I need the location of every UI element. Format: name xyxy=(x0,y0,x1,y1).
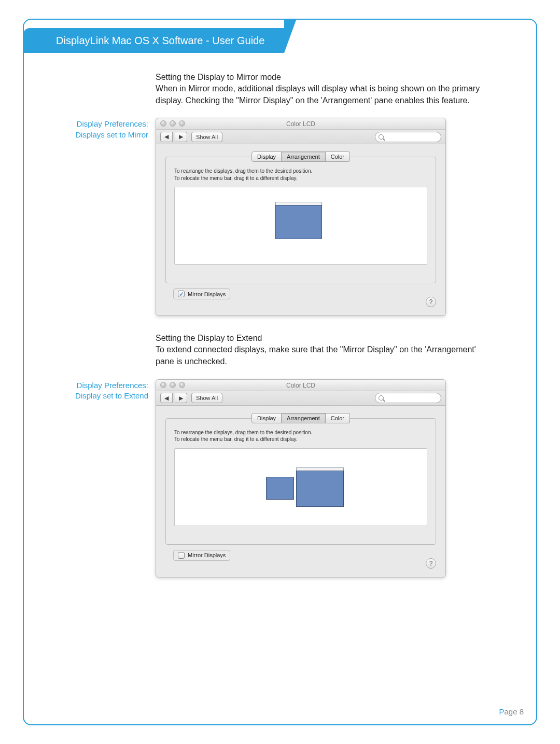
caption2-line2: Display set to Extend xyxy=(75,391,148,400)
forward-button[interactable]: ▶ xyxy=(175,393,187,403)
caption1-line1: Display Preferences: xyxy=(77,119,148,128)
hint-line1: To rearrange the displays, drag them to … xyxy=(174,168,312,174)
figure-mirror-caption: Display Preferences: Displays set to Mir… xyxy=(48,118,156,140)
forward-button[interactable]: ▶ xyxy=(175,132,187,142)
figure-extend-caption: Display Preferences: Display set to Exte… xyxy=(48,379,156,402)
back-icon: ◀ xyxy=(164,395,169,402)
figure-extend-row: Display Preferences: Display set to Exte… xyxy=(48,379,512,577)
page-number-p: P xyxy=(499,707,504,716)
display-prefs-window-mirror: Color LCD ◀ ▶ Show All Display Arrangeme… xyxy=(156,118,446,316)
help-icon: ? xyxy=(429,560,433,567)
tab-display[interactable]: Display xyxy=(251,413,282,423)
display-canvas[interactable] xyxy=(174,187,427,265)
close-icon[interactable] xyxy=(160,120,166,127)
header-decoration xyxy=(284,19,297,53)
pane-body: Display Arrangement Color To rearrange t… xyxy=(156,144,445,315)
help-button[interactable]: ? xyxy=(426,558,436,569)
show-all-button[interactable]: Show All xyxy=(191,132,222,142)
window-title: Color LCD xyxy=(286,382,315,389)
arrangement-hint: To rearrange the displays, drag them to … xyxy=(174,168,427,182)
mirror-checkbox-row[interactable]: Mirror Displays xyxy=(173,550,230,561)
tab-row: Display Arrangement Color xyxy=(165,151,436,162)
arrangement-pane: To rearrange the displays, drag them to … xyxy=(165,418,436,545)
section2-heading: Setting the Display to Extend xyxy=(156,334,512,343)
tab-color[interactable]: Color xyxy=(326,413,350,423)
figure-mirror-row: Display Preferences: Displays set to Mir… xyxy=(48,118,512,316)
forward-icon: ▶ xyxy=(179,133,183,140)
mirror-checkbox-label: Mirror Displays xyxy=(188,552,226,558)
mirror-checkbox-row[interactable]: ✓ Mirror Displays xyxy=(173,288,230,299)
caption1-line2: Displays set to Mirror xyxy=(75,130,148,139)
hint-line1: To rearrange the displays, drag them to … xyxy=(174,430,312,435)
page-number: Page 8 xyxy=(499,707,524,716)
section1-heading: Setting the Display to Mirror mode xyxy=(156,73,512,82)
help-icon: ? xyxy=(429,298,433,306)
window-titlebar: Color LCD xyxy=(156,118,445,130)
pane-body: Display Arrangement Color To rearrange t… xyxy=(156,406,445,577)
hint-line2: To relocate the menu bar, drag it to a d… xyxy=(174,175,298,181)
window-title: Color LCD xyxy=(286,120,315,128)
arrangement-hint: To rearrange the displays, drag them to … xyxy=(174,429,427,443)
content-area: Setting the Display to Mirror mode When … xyxy=(48,73,512,595)
check-icon: ✓ xyxy=(179,291,184,297)
display-monitor-1[interactable] xyxy=(275,205,322,239)
page-number-rest: age 8 xyxy=(504,707,524,716)
back-icon: ◀ xyxy=(164,133,169,140)
section2-body: To extend connected displays, make sure … xyxy=(156,344,487,367)
search-input[interactable] xyxy=(375,393,441,403)
zoom-icon[interactable] xyxy=(179,120,185,127)
back-button[interactable]: ◀ xyxy=(160,393,173,403)
tab-display[interactable]: Display xyxy=(251,151,282,162)
hint-line2: To relocate the menu bar, drag it to a d… xyxy=(174,436,298,442)
display-monitor-2[interactable] xyxy=(296,471,344,507)
mirror-checkbox-unchecked[interactable] xyxy=(178,552,185,559)
display-monitor-1[interactable] xyxy=(266,477,294,500)
traffic-lights xyxy=(160,382,185,388)
mirror-checkbox-label: Mirror Displays xyxy=(188,291,226,297)
mirror-checkbox-checked[interactable]: ✓ xyxy=(178,291,185,297)
tab-color[interactable]: Color xyxy=(326,151,350,162)
search-icon xyxy=(379,395,384,401)
back-button[interactable]: ◀ xyxy=(160,132,173,142)
close-icon[interactable] xyxy=(160,382,166,388)
tab-row: Display Arrangement Color xyxy=(165,413,436,423)
search-icon xyxy=(379,134,384,140)
show-all-button[interactable]: Show All xyxy=(191,393,222,403)
window-titlebar: Color LCD xyxy=(156,380,445,391)
minimize-icon[interactable] xyxy=(170,120,176,127)
forward-icon: ▶ xyxy=(179,395,183,402)
toolbar: ◀ ▶ Show All xyxy=(156,130,445,144)
display-canvas[interactable] xyxy=(174,448,427,526)
toolbar: ◀ ▶ Show All xyxy=(156,391,445,406)
tab-arrangement[interactable]: Arrangement xyxy=(282,151,326,162)
display-prefs-window-extend: Color LCD ◀ ▶ Show All Display Arrangeme… xyxy=(156,379,446,577)
minimize-icon[interactable] xyxy=(170,382,176,388)
arrangement-pane: To rearrange the displays, drag them to … xyxy=(165,157,436,283)
tab-arrangement[interactable]: Arrangement xyxy=(282,413,326,423)
section1-body: When in Mirror mode, additional displays… xyxy=(156,83,487,106)
document-header: DisplayLink Mac OS X Software - User Gui… xyxy=(23,28,284,53)
search-input[interactable] xyxy=(375,132,441,142)
document-title: DisplayLink Mac OS X Software - User Gui… xyxy=(56,35,264,47)
zoom-icon[interactable] xyxy=(179,382,185,388)
caption2-line1: Display Preferences: xyxy=(77,381,148,390)
traffic-lights xyxy=(160,120,185,127)
